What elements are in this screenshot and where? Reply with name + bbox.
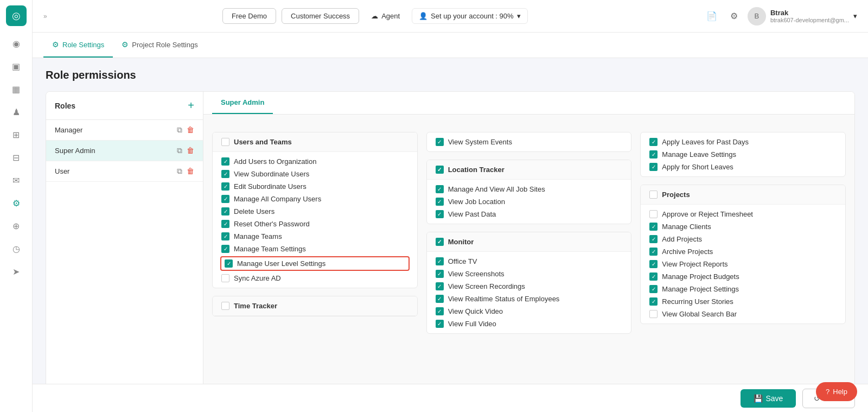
perm-item: ✓View Realtime Status of Employees xyxy=(436,295,623,303)
dashboard-icon[interactable]: ◉ xyxy=(7,34,26,53)
copy-role-manager-icon[interactable]: ⧉ xyxy=(177,125,182,135)
checkbox-office-tv[interactable]: ✓ xyxy=(436,257,444,265)
checkbox-recurring-user-stories[interactable]: ✓ xyxy=(649,297,658,306)
tab-project-role-settings[interactable]: ⚙ Project Role Settings xyxy=(113,33,206,58)
agent-button[interactable]: ☁ Agent xyxy=(365,9,406,23)
role-item-super-admin[interactable]: Super Admin ⧉ 🗑 xyxy=(46,141,203,161)
role-item-manager[interactable]: Manager ⧉ 🗑 xyxy=(46,120,203,141)
topnav-right: 📄 ⚙ B Btrak btrak607-development@gm... ▾ xyxy=(703,7,857,26)
checkbox-add-projects[interactable]: ✓ xyxy=(649,235,658,243)
role-label-user: User xyxy=(55,167,69,175)
perm-col-3: ✓Apply Leaves for Past Days ✓Manage Leav… xyxy=(640,132,846,324)
copy-role-super-admin-icon[interactable]: ⧉ xyxy=(177,146,182,155)
checkbox-view-global-search[interactable] xyxy=(649,310,658,318)
tv-icon[interactable]: ▣ xyxy=(7,56,26,76)
role-label-super-admin: Super Admin xyxy=(55,147,95,155)
checkbox-manage-leave-settings[interactable]: ✓ xyxy=(649,150,658,159)
mail-icon[interactable]: ✉ xyxy=(7,170,26,190)
section-projects: Projects Approve or Reject Timesheet ✓Ma… xyxy=(640,185,846,324)
clock-icon[interactable]: ◷ xyxy=(7,239,26,258)
checkbox-approve-reject-timesheet[interactable] xyxy=(649,210,658,218)
section-body-leaves: ✓Apply Leaves for Past Days ✓Manage Leav… xyxy=(641,132,845,176)
checkbox-view-screen-recordings[interactable]: ✓ xyxy=(436,282,444,290)
section-header-time-tracker: Time Tracker xyxy=(213,296,417,316)
delete-role-user-icon[interactable]: 🗑 xyxy=(187,167,194,176)
perm-item: ✓View Screen Recordings xyxy=(436,282,623,290)
perm-item: ✓Apply for Short Leaves xyxy=(649,163,837,171)
perm-col-1: Users and Teams ✓Add Users to Organizati… xyxy=(212,132,418,316)
checkbox-apply-short-leaves[interactable]: ✓ xyxy=(649,163,658,171)
section-header-location-tracker: ✓ Location Tracker xyxy=(427,160,631,180)
section-header-monitor: ✓ Monitor xyxy=(427,232,631,252)
section-time-tracker: Time Tracker xyxy=(212,296,418,316)
perm-item: View Global Search Bar xyxy=(649,310,837,318)
checkbox-manage-clients[interactable]: ✓ xyxy=(649,223,658,231)
checkbox-delete-users[interactable]: ✓ xyxy=(221,207,229,215)
checkbox-manage-all-users[interactable]: ✓ xyxy=(221,195,229,203)
checkbox-view-project-reports[interactable]: ✓ xyxy=(649,260,658,268)
save-button[interactable]: 💾 Save xyxy=(741,389,796,408)
add-role-button[interactable]: + xyxy=(188,99,194,112)
section-body-location-tracker: ✓Manage And View All Job Sites ✓View Job… xyxy=(427,180,631,224)
checkbox-view-screenshots[interactable]: ✓ xyxy=(436,270,444,278)
briefcase-icon[interactable]: ⊞ xyxy=(7,125,26,144)
checkbox-reset-password[interactable]: ✓ xyxy=(221,220,229,228)
section-location-tracker: ✓ Location Tracker ✓Manage And View All … xyxy=(426,160,632,224)
perm-tab-super-admin[interactable]: Super Admin xyxy=(212,92,273,114)
monitor-header-checkbox[interactable]: ✓ xyxy=(436,238,444,246)
page-title: Role permissions xyxy=(46,69,855,81)
user-profile[interactable]: B Btrak btrak607-development@gm... ▾ xyxy=(748,7,857,26)
notifications-icon[interactable]: 📄 xyxy=(703,8,720,24)
checkbox-view-full-video[interactable]: ✓ xyxy=(436,320,444,328)
perm-col-2: ✓View System Events ✓ Location Tracker xyxy=(426,132,632,334)
help-button[interactable]: ? Help xyxy=(816,382,857,401)
checkbox-add-users[interactable]: ✓ xyxy=(221,157,229,166)
setup-button[interactable]: 👤 Set up your account : 90% ▾ xyxy=(412,8,527,24)
settings-icon[interactable]: ⚙ xyxy=(727,8,741,24)
calendar-icon[interactable]: ▦ xyxy=(7,79,26,99)
projects-header-checkbox[interactable] xyxy=(649,191,658,199)
copy-role-user-icon[interactable]: ⧉ xyxy=(177,167,182,176)
checkbox-manage-teams[interactable]: ✓ xyxy=(221,232,229,240)
delete-role-super-admin-icon[interactable]: 🗑 xyxy=(187,146,194,155)
checkbox-view-quick-video[interactable]: ✓ xyxy=(436,307,444,315)
checkbox-view-system-events[interactable]: ✓ xyxy=(436,138,444,146)
gear-icon[interactable]: ⚙ xyxy=(7,193,26,213)
checkbox-view-subordinate[interactable]: ✓ xyxy=(221,170,229,178)
help-icon: ? xyxy=(826,388,829,396)
checkbox-manage-project-budgets[interactable]: ✓ xyxy=(649,272,658,281)
topnav: » Free Demo Customer Success ☁ Agent 👤 S… xyxy=(33,0,868,33)
checkbox-view-past-data[interactable]: ✓ xyxy=(436,210,444,218)
checkbox-view-realtime-status[interactable]: ✓ xyxy=(436,295,444,303)
location-tracker-header-checkbox[interactable]: ✓ xyxy=(436,166,444,174)
section-leaves: ✓Apply Leaves for Past Days ✓Manage Leav… xyxy=(640,132,846,177)
delete-role-manager-icon[interactable]: 🗑 xyxy=(187,125,194,135)
checkbox-manage-project-settings[interactable]: ✓ xyxy=(649,285,658,293)
section-header-users-and-teams: Users and Teams xyxy=(213,132,417,152)
avatar: B xyxy=(748,7,766,26)
nav-expand-icon[interactable]: » xyxy=(43,12,47,20)
user-email: btrak607-development@gm... xyxy=(770,17,849,23)
perm-item: ✓Manage Leave Settings xyxy=(649,150,837,159)
perm-item: ✓Manage All Company Users xyxy=(221,195,409,203)
perm-item: ✓Manage And View All Job Sites xyxy=(436,185,623,193)
app-logo[interactable]: ◎ xyxy=(6,5,27,26)
time-tracker-header-checkbox[interactable] xyxy=(221,302,229,310)
checkbox-manage-job-sites[interactable]: ✓ xyxy=(436,185,444,193)
person-icon[interactable]: ♟ xyxy=(7,102,26,122)
checkbox-archive-projects[interactable]: ✓ xyxy=(649,248,658,256)
tab-role-settings[interactable]: ⚙ Role Settings xyxy=(43,33,113,58)
checkbox-manage-team-settings[interactable]: ✓ xyxy=(221,245,229,253)
checkbox-manage-user-level[interactable]: ✓ xyxy=(225,259,233,268)
free-demo-button[interactable]: Free Demo xyxy=(222,8,276,24)
checkbox-view-job-location[interactable]: ✓ xyxy=(436,198,444,206)
customer-success-button[interactable]: Customer Success xyxy=(282,8,359,24)
send-icon[interactable]: ➤ xyxy=(7,262,26,281)
users-teams-header-checkbox[interactable] xyxy=(221,138,229,146)
checkbox-sync-azure[interactable] xyxy=(221,274,229,282)
role-item-user[interactable]: User ⧉ 🗑 xyxy=(46,161,203,182)
checkbox-apply-leaves-past[interactable]: ✓ xyxy=(649,138,658,146)
checkbox-edit-subordinate[interactable]: ✓ xyxy=(221,182,229,191)
user2-icon[interactable]: ⊕ xyxy=(7,216,26,236)
team-icon[interactable]: ⊟ xyxy=(7,148,26,167)
